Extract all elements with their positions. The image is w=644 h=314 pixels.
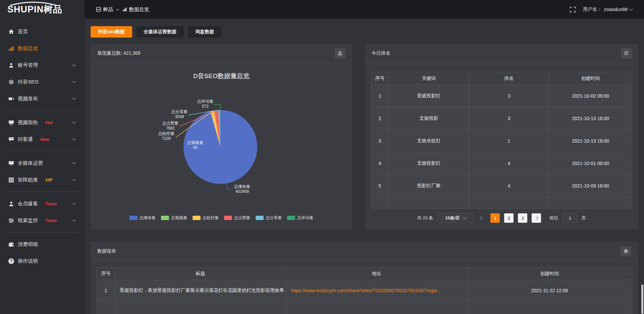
vertical-scrollbar-thumb[interactable] [641,284,643,314]
sidebar-item-douyin-seo[interactable]: 抖音SEO [0,73,85,90]
sidebar-item-label: 线索监控 [18,217,38,224]
rank-table-cell: 3 [469,107,549,130]
chevron-down-icon [72,137,76,140]
chevron-down-icon [72,96,76,100]
chevron-down-icon [72,201,76,205]
page-size-select[interactable]: 10条/页 [437,213,474,223]
sidebar-item-douketong[interactable]: 抖客通New [0,131,85,148]
sidebar-item-video-heat[interactable]: 视频加热Hot [0,114,85,131]
rank-table-cell: 文旅投影 [389,107,469,130]
page-button-1[interactable]: 1 [490,213,500,223]
username-label: 用户名： [583,6,602,12]
chevron-down-icon [72,218,76,221]
logo-text: SHUPIN树品 [7,4,62,14]
sidebar-item-clue-monitor[interactable]: 线索监控Tools [0,212,85,229]
legend-item[interactable]: 总分享量 [256,215,282,221]
legend-label: 总评论量 [297,215,313,221]
clue-monitor-icon [8,218,14,223]
pie-label-comments: 总评论量572 [197,99,213,109]
legend-item[interactable]: 总视频量 [161,215,187,221]
rank-table-cell: 1 [469,130,549,152]
rank-table-cell: 4 [371,152,389,175]
tab-1[interactable]: 抖音seo数据 [91,26,132,38]
pie-label-videos: 总视频量58 [187,140,203,150]
sidebar-item-label: 账号管理 [18,62,38,68]
goto-page-input[interactable] [562,213,577,223]
report-table-header-row: 序号标题地址创建时间 [97,267,632,280]
tab-3[interactable]: 询盘数据 [188,26,221,38]
page-button-3[interactable]: 3 [518,213,527,223]
rank-table-row: 3文旅水纹灯12021-10-13 18:00 [371,130,632,152]
rank-table-cell: 2021-10-13 18:00 [549,107,632,130]
rank-table-cell: 4 [469,175,549,197]
chevron-down-icon [463,215,467,219]
logo-zone: SHUPIN树品 [0,0,85,19]
username-value: zswodun88 [604,7,628,12]
legend-item[interactable]: 总点赞量 [224,215,250,221]
pagination-total: 共 23 条 [417,215,433,221]
chevron-down-icon [72,79,76,83]
sidebar-item-label: 视频加热 [18,119,38,126]
legend-item[interactable]: 总评论量 [287,215,313,221]
prev-page-button[interactable] [478,213,486,223]
rank-table-cell: 文旅投影灯 [389,152,469,175]
rank-table-row: 5投影灯厂家42021-10-09 18:00 [371,175,632,197]
sidebar-item-home[interactable]: 首页 [0,23,85,40]
sidebar-item-media-ops[interactable]: 全媒体运营 [0,155,85,171]
pie-legend: 总播放量总视频量总粉丝量总点赞量总分享量总评论量 [91,215,352,221]
page-button-2[interactable]: 2 [504,213,514,223]
report-table-button[interactable]: 表 [621,246,631,256]
rank-table-body: 1景观投影灯32021-10-02 09:002文旅投影32021-10-13 … [371,85,632,209]
breadcrumb-label: 数据总览 [129,6,149,13]
legend-item[interactable]: 总播放量 [129,215,156,221]
rank-table-cell: 景观投影灯 [389,85,469,107]
report-table-row: 1景观投影灯，夜游景观投影灯厂家展示展示落花灯在花园里的灯光投影应用效果 #ht… [97,280,632,301]
rank-table-row: 4文旅投影灯42021-10-01 09:00 [371,152,632,175]
sidebar-menu: 首页数据总览账号管理抖音SEO视频发布视频加热Hot抖客通New全媒体运营矩阵助… [0,23,85,269]
sidebar-item-help-doc[interactable]: ?操作说明 [0,253,85,269]
sidebar-divider [6,232,78,232]
sidebar-item-video-publish[interactable]: 视频发布 [0,90,85,107]
legend-label: 总视频量 [171,215,187,221]
video-publish-icon [8,96,14,102]
legend-label: 总点赞量 [234,215,250,221]
sidebar-item-data-overview[interactable]: 数据总览 [0,40,85,57]
sidebar-item-badge: Hot [45,120,53,125]
breadcrumb-item[interactable]: 数据总览 [122,6,149,13]
sidebar-item-account-manage[interactable]: 账号管理 [0,57,85,73]
rank-table-cell: 2021-10-02 09:00 [549,85,632,107]
overview-total-button[interactable]: 总 [335,48,345,58]
fullscreen-icon[interactable] [570,7,576,12]
goto-label: 前往 [549,215,558,221]
rank-table-cell: 3 [371,130,389,152]
tab-2[interactable]: 全媒体运营数据 [136,26,184,38]
chevron-down-icon [629,7,633,10]
sidebar-item-member-baoke[interactable]: 会员爆客Tools [0,195,85,212]
sidebar: 首页数据总览账号管理抖音SEO视频发布视频加热Hot抖客通New全媒体运营矩阵助… [0,19,85,314]
sidebar-item-label: 矩阵助推 [18,177,38,183]
pagination: 共 23 条 10条/页 123 前往 页 [365,213,638,223]
legend-item[interactable]: 总粉丝量 [193,215,219,221]
goto-unit-label: 页 [582,215,586,221]
rank-table-cell: 2021-10-13 18:00 [549,130,632,152]
rank-column-header: 排名 [469,72,549,85]
next-page-button[interactable] [532,213,541,223]
help-doc-icon: ? [8,258,14,264]
rank-day-button[interactable]: 日 [621,48,632,58]
sidebar-item-label: 消费明细 [18,241,38,248]
user-menu[interactable]: 用户名：zswodun88 [583,6,632,12]
legend-swatch [193,216,201,220]
douyin-video-link[interactable]: https://www.iesdouyin.com/share/video/70… [291,288,441,293]
report-table-empty-row [97,301,632,314]
sidebar-item-consume-detail[interactable]: 消费明细 [0,236,85,253]
sidebar-item-badge: Tools [45,201,57,206]
video-heat-icon [8,120,14,125]
sidebar-item-matrix-boost[interactable]: 矩阵助推VIP [0,171,85,188]
data-tabs: 抖音seo数据全媒体运营数据询盘数据 [91,26,638,38]
douketong-icon [8,137,14,142]
breadcrumb-item[interactable]: 树品 [96,6,113,13]
rank-table-cell: 文旅水纹灯 [389,130,469,152]
breadcrumb: 树品>数据总览 [96,6,149,13]
legend-swatch [161,216,169,220]
rank-table-cell: 2 [371,107,389,130]
